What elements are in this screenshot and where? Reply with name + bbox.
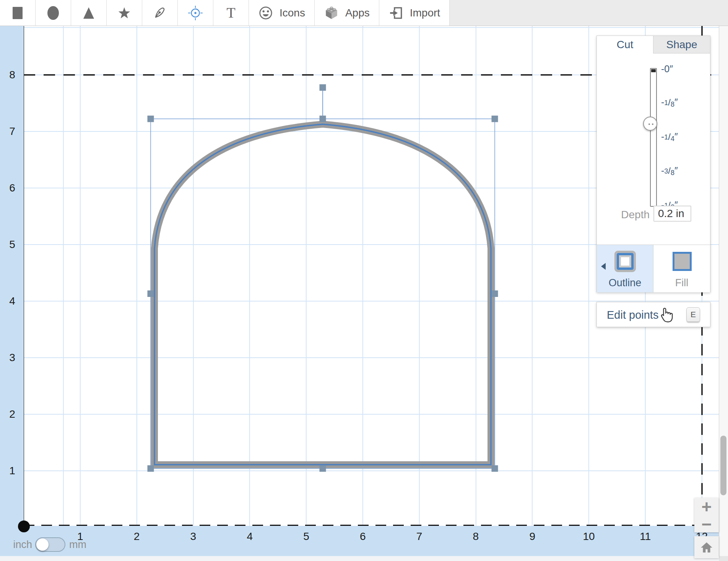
- text-tool-button[interactable]: T: [213, 0, 249, 26]
- snap-target-icon: [188, 5, 203, 21]
- handle-bottom-center[interactable]: [320, 465, 326, 472]
- tab-cut[interactable]: Cut: [597, 36, 653, 54]
- ruler-number-x: 11: [634, 530, 657, 543]
- handle-top-center[interactable]: [320, 116, 326, 122]
- ruler-number-y: 7: [2, 125, 22, 138]
- unit-toggle-knob[interactable]: [36, 538, 49, 551]
- import-icon: [388, 5, 404, 21]
- unit-toggle[interactable]: [35, 537, 65, 552]
- handle-bottom-left[interactable]: [148, 465, 154, 472]
- slider-tick-label-3: -3/8″: [661, 165, 678, 177]
- ruler-number-x: 7: [408, 530, 431, 543]
- pen-icon: [153, 6, 167, 20]
- toolbar: T Icons Apps: [0, 0, 728, 26]
- depth-slider-track[interactable]: [650, 68, 657, 207]
- svg-text:T: T: [226, 6, 235, 20]
- zoom-controls: + −: [694, 498, 719, 532]
- ruler-number-y: 2: [2, 408, 22, 420]
- scrollbar-corner: [719, 556, 728, 561]
- zoom-out-button[interactable]: −: [694, 516, 719, 533]
- origin-marker[interactable]: [18, 520, 30, 532]
- cut-settings-panel: Cut Shape -0″/ -1/8″ -1/4″ -3/8″ -1/2″ D…: [596, 36, 710, 292]
- cut-mode-row: Outline Fill: [597, 245, 710, 292]
- handle-mid-right[interactable]: [492, 290, 498, 297]
- unit-label-mm: mm: [69, 539, 86, 551]
- lego-brick-icon: [324, 5, 339, 21]
- ruler-number-x: 2: [125, 530, 148, 543]
- ruler-number-x: 5: [295, 530, 318, 543]
- star-icon: [117, 6, 132, 20]
- edit-points-card[interactable]: Edit points E: [596, 302, 710, 327]
- handle-top-left[interactable]: [148, 116, 154, 122]
- home-icon: [700, 541, 713, 553]
- zoom-in-button[interactable]: +: [694, 498, 719, 516]
- home-view-button[interactable]: [694, 536, 719, 558]
- hand-pointer-cursor-icon: [658, 305, 675, 324]
- ruler-number-y: 6: [2, 182, 22, 194]
- slider-zero-marker: [651, 69, 656, 72]
- text-icon: T: [224, 6, 238, 20]
- toolbar-spacer: [450, 0, 728, 26]
- ruler-number-y: 8: [2, 69, 22, 81]
- handle-bottom-right[interactable]: [492, 465, 498, 472]
- depth-slider-handle[interactable]: [643, 117, 657, 131]
- ruler-number-y: 5: [2, 238, 22, 251]
- collapse-arrow-icon[interactable]: [601, 263, 606, 270]
- depth-label: Depth: [601, 209, 650, 221]
- apps-button-label: Apps: [345, 7, 370, 19]
- ruler-number-x: 6: [351, 530, 374, 543]
- handle-top-right[interactable]: [492, 116, 498, 122]
- rotation-handle[interactable]: [320, 84, 326, 91]
- edit-points-label: Edit points: [607, 309, 658, 321]
- smiley-icon: [258, 5, 273, 21]
- handle-grip-dot: [648, 123, 650, 125]
- rectangle-tool-button[interactable]: [0, 0, 36, 26]
- ruler-number-x: 3: [182, 530, 205, 543]
- vertical-scrollbar-thumb[interactable]: [720, 436, 726, 495]
- depth-row: Depth: [597, 206, 710, 223]
- apps-button[interactable]: Apps: [315, 0, 379, 26]
- outline-mode-button[interactable]: Outline: [597, 245, 653, 292]
- star-tool-button[interactable]: [107, 0, 142, 26]
- vertical-scrollbar[interactable]: [719, 26, 728, 556]
- ruler-number-x: 8: [464, 530, 487, 543]
- app-window: 12345678 123456789101112 inch mm: [0, 0, 728, 561]
- ruler-number-y: 4: [2, 295, 22, 307]
- snap-target-tool-button[interactable]: [178, 0, 213, 26]
- pen-tool-button[interactable]: [142, 0, 178, 26]
- ruler-number-y: 3: [2, 352, 22, 364]
- fill-mode-button[interactable]: Fill: [653, 245, 710, 292]
- triangle-tool-button[interactable]: [71, 0, 107, 26]
- ellipse-icon: [46, 6, 60, 20]
- horizontal-scroll-track[interactable]: [0, 556, 719, 561]
- slider-tick-label-0: -0″/: [661, 63, 673, 75]
- handle-mid-left[interactable]: [148, 290, 154, 297]
- import-button[interactable]: Import: [379, 0, 450, 26]
- outline-swatch-icon: [614, 251, 636, 272]
- slider-tick-label-1: -1/8″: [661, 97, 678, 108]
- unit-label-inch: inch: [10, 539, 32, 551]
- slider-tick-label-2: -1/4″: [661, 131, 678, 143]
- ruler-number-x: 9: [521, 530, 544, 543]
- fill-swatch-icon: [673, 252, 692, 271]
- icons-library-button[interactable]: Icons: [249, 0, 315, 26]
- depth-input[interactable]: [653, 206, 691, 222]
- outline-mode-label: Outline: [597, 277, 653, 289]
- tab-shape[interactable]: Shape: [653, 36, 710, 54]
- triangle-icon: [81, 6, 96, 20]
- icons-button-label: Icons: [280, 7, 305, 19]
- import-button-label: Import: [410, 7, 440, 19]
- fill-mode-label: Fill: [653, 277, 710, 289]
- ellipse-tool-button[interactable]: [36, 0, 71, 26]
- ruler-number-x: 10: [577, 530, 600, 543]
- rectangle-icon: [10, 6, 25, 20]
- vertical-ruler: 12345678: [0, 26, 24, 556]
- handle-grip-dot: [652, 123, 653, 125]
- ruler-number-y: 1: [2, 465, 22, 477]
- shortcut-keycap: E: [686, 307, 700, 322]
- horizontal-ruler: 123456789101112: [0, 526, 719, 556]
- ruler-number-x: 4: [238, 530, 261, 543]
- panel-tabs: Cut Shape: [597, 36, 710, 54]
